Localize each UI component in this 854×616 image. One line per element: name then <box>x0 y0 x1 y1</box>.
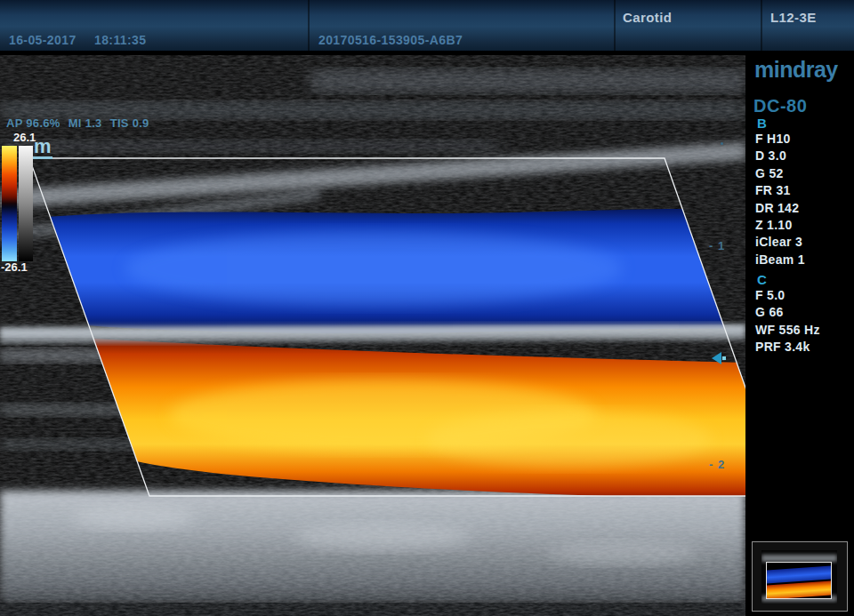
param-iclear: iClear 3 <box>755 234 805 251</box>
param-depth: D 3.0 <box>755 148 805 164</box>
depth-tick <box>721 142 723 145</box>
param-wall-filter: WF 556 Hz <box>755 322 820 339</box>
topbar-divider <box>308 0 310 51</box>
ultrasound-image-canvas[interactable]: AP 96.6%MI 1.3TIS 0.9 26.1 -26.1 m - 1 -… <box>0 55 745 616</box>
color-mode-section-label: C <box>757 272 767 287</box>
parameter-panel: mindray DC-80 B F H10 D 3.0 G 52 FR 31 D… <box>745 55 854 616</box>
mechanical-index: MI 1.3 <box>68 116 102 130</box>
exam-id: 20170516-153905-A6B7 <box>318 33 463 47</box>
color-doppler-scale-bar <box>2 146 17 261</box>
map-mark: m <box>33 138 52 159</box>
param-frame-rate: FR 31 <box>755 182 805 199</box>
ultrasound-screen: 16-05-2017 18:11:35 20170516-153905-A6B7… <box>0 0 854 616</box>
clipboard-thumbnail[interactable] <box>752 541 848 612</box>
param-c-gain: G 66 <box>755 304 820 321</box>
ultrasound-b-mode-image <box>0 55 745 616</box>
param-dynamic-range: DR 142 <box>755 200 805 217</box>
brand-logo: mindray <box>754 57 838 83</box>
thumb-roi-box <box>766 562 832 599</box>
color-mode-params: F 5.0 G 66 WF 556 Hz PRF 3.4k <box>755 287 820 356</box>
topbar-divider <box>761 0 762 51</box>
thumb-tissue-streak <box>761 555 837 562</box>
acoustic-output-readout: AP 96.6%MI 1.3TIS 0.9 <box>6 116 157 130</box>
param-prf: PRF 3.4k <box>755 339 820 356</box>
thermal-index: TIS 0.9 <box>110 116 149 130</box>
exam-date: 16-05-2017 <box>9 33 77 47</box>
param-ibeam: iBeam 1 <box>755 252 805 268</box>
acoustic-power: AP 96.6% <box>6 116 60 130</box>
color-scale-min: -26.1 <box>1 260 28 274</box>
grayscale-bar <box>19 146 33 261</box>
exam-preset-button[interactable]: Carotid <box>623 10 672 25</box>
focus-dot <box>722 356 726 360</box>
b-mode-section-label: B <box>757 116 767 131</box>
param-frequency: F H10 <box>755 131 805 148</box>
probe-name-button[interactable]: L12-3E <box>770 10 817 25</box>
system-model: DC-80 <box>753 96 807 116</box>
param-c-frequency: F 5.0 <box>755 287 820 304</box>
param-gain: G 52 <box>755 165 805 182</box>
top-status-bar: 16-05-2017 18:11:35 20170516-153905-A6B7… <box>0 0 854 51</box>
topbar-divider <box>614 0 616 51</box>
focus-position-icon[interactable] <box>712 352 721 364</box>
depth-marker-2: - 2 <box>709 458 725 471</box>
exam-time: 18:11:35 <box>94 33 146 47</box>
thumbnail-image[interactable] <box>761 550 837 604</box>
thumb-orange-flow <box>766 580 832 599</box>
depth-marker-1: - 1 <box>709 239 725 252</box>
param-zoom: Z 1.10 <box>755 217 805 234</box>
b-mode-params: F H10 D 3.0 G 52 FR 31 DR 142 Z 1.10 iCl… <box>755 131 805 268</box>
